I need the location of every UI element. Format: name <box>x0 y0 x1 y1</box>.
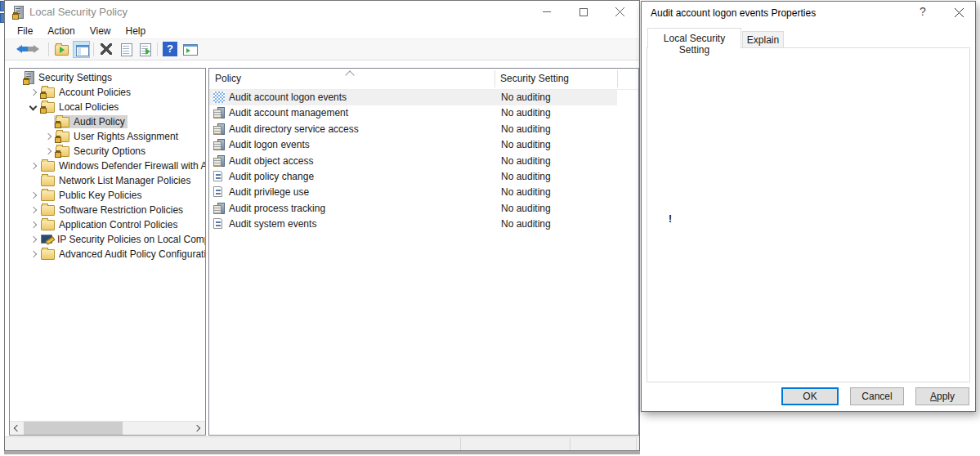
toolbar-separator <box>157 42 158 56</box>
tree-item-network-list-manager[interactable]: Network List Manager Policies <box>10 173 205 188</box>
scroll-right-button[interactable] <box>191 422 205 435</box>
delete-x-icon <box>101 43 112 55</box>
tree-item-security-settings[interactable]: Security Settings <box>10 70 205 85</box>
expander-expanded[interactable] <box>28 101 39 113</box>
list-row-audit-privilege-use[interactable]: Audit privilege useNo auditing <box>209 185 617 200</box>
expander <box>11 72 23 83</box>
dialog-help-button[interactable]: ? <box>914 5 932 21</box>
dialog-close-button[interactable] <box>951 6 969 22</box>
scroll-left-button[interactable] <box>10 422 24 435</box>
expander-collapsed[interactable] <box>28 190 39 201</box>
help-icon: ? <box>163 42 177 56</box>
policy-list-pane: Policy Security Setting Audit account lo… <box>208 68 639 436</box>
folder-icon <box>41 249 55 260</box>
list-row-audit-logon-events[interactable]: Audit logon eventsNo auditing <box>209 137 617 153</box>
expander-collapsed[interactable] <box>43 145 54 157</box>
server-lock-icon <box>25 71 34 84</box>
column-divider[interactable] <box>494 70 495 87</box>
column-header-policy[interactable]: Policy <box>215 73 241 84</box>
menu-view[interactable]: View <box>83 24 119 38</box>
binary-doc-icon <box>213 218 222 229</box>
list-row-audit-account-logon-events[interactable]: Audit account logon eventsNo auditing <box>209 90 617 105</box>
maximize-button[interactable] <box>566 1 602 23</box>
folder-lock-icon <box>41 87 55 98</box>
exclamation-glyph: ! <box>669 213 672 225</box>
folder-icon <box>41 176 55 186</box>
export-list-button[interactable] <box>136 41 154 58</box>
show-action-pane-button[interactable] <box>181 41 199 58</box>
minimize-button[interactable] <box>529 1 566 23</box>
menu-file[interactable]: File <box>10 24 40 38</box>
list-row-audit-system-events[interactable]: Audit system eventsNo auditing <box>209 217 617 232</box>
column-divider[interactable] <box>617 70 618 87</box>
tree-item-audit-policy[interactable]: Audit Policy <box>10 114 205 129</box>
expander-collapsed[interactable] <box>43 131 54 142</box>
ok-button[interactable]: OK <box>781 387 839 405</box>
folder-icon <box>41 220 55 230</box>
help-button[interactable]: ? <box>162 41 179 58</box>
close-icon <box>955 8 964 17</box>
scroll-right-icon <box>194 425 200 431</box>
tree-item-security-options[interactable]: Security Options <box>10 144 205 159</box>
column-header-security-setting[interactable]: Security Setting <box>500 73 569 84</box>
export-button[interactable] <box>53 41 70 58</box>
close-icon <box>615 7 624 16</box>
tree-item-windows-defender-firewall[interactable]: Windows Defender Firewall with Adva <box>10 159 205 173</box>
expander-collapsed[interactable] <box>28 219 39 230</box>
delete-button[interactable] <box>98 41 115 58</box>
expander-collapsed[interactable] <box>28 87 39 98</box>
ledger-icon <box>213 123 225 135</box>
folder-icon <box>41 190 55 201</box>
menu-action[interactable]: Action <box>40 24 82 38</box>
folder-icon <box>41 161 55 172</box>
list-row-audit-policy-change[interactable]: Audit policy changeNo auditing <box>209 169 617 185</box>
close-button[interactable] <box>602 1 639 23</box>
tree-item-application-control[interactable]: Application Control Policies <box>10 217 205 232</box>
folder-lock-icon <box>41 102 55 113</box>
tree-item-software-restriction[interactable]: Software Restriction Policies <box>10 203 205 217</box>
properties-button[interactable] <box>118 41 135 58</box>
horizontal-scrollbar[interactable] <box>10 421 205 435</box>
tree-item-user-rights-assignment[interactable]: User Rights Assignment <box>10 129 205 144</box>
status-separator <box>460 438 461 450</box>
apply-button[interactable]: Apply <box>915 387 969 405</box>
show-console-tree-button[interactable] <box>73 41 90 58</box>
tree-item-local-policies[interactable]: Local Policies <box>10 100 205 114</box>
export-list-icon <box>140 43 151 56</box>
expander-collapsed[interactable] <box>28 248 39 260</box>
tab-explain[interactable]: Explain <box>742 31 784 48</box>
console-tree-icon <box>76 45 89 56</box>
menu-help[interactable]: Help <box>119 24 154 38</box>
tree-item-ip-security-policies[interactable]: IP Security Policies on Local Compute <box>10 232 205 247</box>
list-row-audit-process-tracking[interactable]: Audit process trackingNo auditing <box>209 201 617 217</box>
status-separator <box>570 438 571 450</box>
binary-doc-icon <box>213 171 222 181</box>
audit-account-logon-events-properties-dialog: Audit account logon events Properties ? … <box>641 1 976 412</box>
action-pane-icon <box>183 44 198 56</box>
list-row-audit-object-access[interactable]: Audit object accessNo auditing <box>209 154 617 169</box>
expander-collapsed[interactable] <box>28 234 39 245</box>
forward-arrow-icon <box>34 45 43 53</box>
expander-collapsed[interactable] <box>28 204 39 216</box>
tab-local-security-setting[interactable]: Local Security Setting <box>647 28 741 48</box>
back-button[interactable] <box>10 41 27 58</box>
properties-doc-icon <box>121 43 132 56</box>
toolbar-separator <box>48 42 49 56</box>
cancel-button[interactable]: Cancel <box>850 387 904 405</box>
back-arrow-icon <box>12 45 22 53</box>
expander-collapsed[interactable] <box>28 160 39 172</box>
toolbar: ? <box>5 38 639 60</box>
folder-lock-icon <box>56 146 69 157</box>
toolbar-separator <box>93 42 94 56</box>
tree-item-public-key-policies[interactable]: Public Key Policies <box>10 188 205 203</box>
folder-lock-icon <box>56 132 69 142</box>
status-separator <box>636 438 637 450</box>
tree-item-account-policies[interactable]: Account Policies <box>10 85 205 100</box>
list-row-audit-account-management[interactable]: Audit account managementNo auditing <box>209 105 617 121</box>
ledger-icon <box>213 203 225 214</box>
list-row-audit-directory-service-access[interactable]: Audit directory service accessNo auditin… <box>209 122 617 137</box>
tree-item-advanced-audit-policy[interactable]: Advanced Audit Policy Configuration <box>10 247 205 262</box>
scrollbar-thumb[interactable] <box>24 422 123 435</box>
window-controls <box>529 1 639 23</box>
forward-button[interactable] <box>29 41 46 58</box>
